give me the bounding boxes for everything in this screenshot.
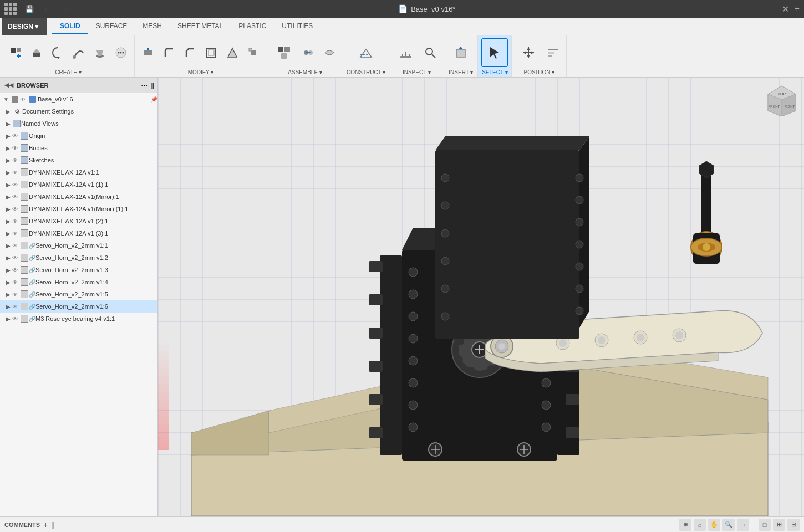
tab-mesh[interactable]: MESH xyxy=(135,19,170,34)
tree-item-origin[interactable]: ▶ 👁 Origin xyxy=(0,130,157,142)
eye-icon[interactable]: 👁 xyxy=(12,304,20,310)
expand-icon[interactable]: ▶ xyxy=(4,182,12,188)
home-view-button[interactable]: ⌂ xyxy=(694,519,706,531)
expand-icon[interactable]: ▶ xyxy=(4,170,12,176)
align-button[interactable] xyxy=(543,38,563,67)
close-button[interactable]: ✕ xyxy=(782,4,789,14)
tree-item-dyn2[interactable]: ▶ 👁 DYNAMIXEL AX-12A v1 (1):1 xyxy=(0,178,157,191)
motion-button[interactable] xyxy=(319,38,339,67)
eye-icon[interactable]: 👁 xyxy=(12,170,20,176)
tab-sheet-metal[interactable]: SHEET METAL xyxy=(170,19,231,34)
expand-icon[interactable]: ▶ xyxy=(4,304,12,310)
tree-item-dyn1[interactable]: ▶ 👁 DYNAMIXEL AX-12A v1:1 xyxy=(0,166,157,178)
tree-item-doc-settings[interactable]: ▶ ⚙ Document Settings xyxy=(0,105,157,117)
expand-icon[interactable]: ▶ xyxy=(4,316,12,322)
tree-item-dyn3[interactable]: ▶ 👁 DYNAMIXEL AX-12A v1(Mirror):1 xyxy=(0,191,157,203)
tree-item-servo4[interactable]: ▶ 👁 🔗 Servo_Horn_v2_2mm v1:4 xyxy=(0,276,157,288)
tree-item-dyn6[interactable]: ▶ 👁 DYNAMIXEL AX-12A v1 (3):1 xyxy=(0,227,157,239)
display-mode-button[interactable]: □ xyxy=(759,519,771,531)
eye-icon[interactable]: 👁 xyxy=(12,291,20,298)
tab-utilities[interactable]: UTILITIES xyxy=(274,19,320,34)
expand-comments-button[interactable]: || xyxy=(51,521,54,529)
save-button[interactable]: 💾 xyxy=(22,2,37,16)
draft-button[interactable] xyxy=(222,38,242,67)
tree-item-bodies[interactable]: ▶ 👁 Bodies xyxy=(0,142,157,154)
expand-icon[interactable]: ▶ xyxy=(4,157,12,163)
browser-settings-button[interactable]: ⋯ xyxy=(141,81,148,89)
expand-icon[interactable]: ▶ xyxy=(4,121,12,127)
expand-icon[interactable]: ▶ xyxy=(4,291,12,298)
sweep-button[interactable] xyxy=(69,38,89,67)
add-comment-button[interactable]: + xyxy=(43,520,48,529)
expand-icon[interactable]: ▶ xyxy=(4,243,12,249)
add-tab-button[interactable]: + xyxy=(795,4,800,14)
insert-button[interactable] xyxy=(447,38,474,67)
joint-button[interactable] xyxy=(298,38,318,67)
pan-button[interactable]: ✋ xyxy=(708,519,720,531)
eye-icon[interactable]: 👁 xyxy=(12,255,20,261)
select-button[interactable] xyxy=(481,38,508,67)
tree-item-servo3[interactable]: ▶ 👁 🔗 Servo_Horn_v2_2mm v1:3 xyxy=(0,264,157,276)
tree-item-rose[interactable]: ▶ 👁 🔗 M3 Rose eye bearing v4 v1:1 xyxy=(0,313,157,325)
tree-item-dyn4[interactable]: ▶ 👁 DYNAMIXEL AX-12A v1(Mirror) (1):1 xyxy=(0,203,157,215)
create-more-button[interactable] xyxy=(111,38,131,67)
tab-surface[interactable]: SURFACE xyxy=(88,19,135,34)
revolve-button[interactable] xyxy=(48,38,68,67)
redo-button[interactable]: ↪ xyxy=(58,2,72,16)
expand-icon[interactable]: ▶ xyxy=(4,279,12,285)
tree-item-sketches[interactable]: ▶ 👁 Sketches xyxy=(0,154,157,166)
extrude-button[interactable] xyxy=(27,38,47,67)
assemble-button[interactable] xyxy=(271,38,297,67)
new-component-button[interactable] xyxy=(6,38,26,67)
tree-item-servo5[interactable]: ▶ 👁 🔗 Servo_Horn_v2_2mm v1:5 xyxy=(0,288,157,300)
tree-item-dyn5[interactable]: ▶ 👁 DYNAMIXEL AX-12A v1 (2):1 xyxy=(0,215,157,227)
press-pull-button[interactable] xyxy=(138,38,158,67)
grid-button[interactable]: ⊞ xyxy=(773,519,785,531)
expand-icon[interactable]: ▶ xyxy=(4,194,12,200)
expand-icon[interactable]: ▶ xyxy=(4,231,12,237)
eye-icon[interactable]: 👁 xyxy=(12,243,20,249)
tab-solid[interactable]: SOLID xyxy=(52,19,88,34)
orbit-button[interactable]: ○ xyxy=(737,519,749,531)
construct-offset-button[interactable] xyxy=(353,38,379,67)
eye-icon[interactable]: 👁 xyxy=(12,267,20,273)
expand-icon[interactable]: ▶ xyxy=(4,133,12,139)
browser-pin-button[interactable]: || xyxy=(150,81,154,89)
eye-icon[interactable]: 👁 xyxy=(12,218,20,224)
eye-icon[interactable]: 👁 xyxy=(12,316,20,322)
position-button[interactable] xyxy=(515,38,542,67)
tree-item-root[interactable]: ▼ 👁 Base_v0 v16 📌 xyxy=(0,93,157,105)
eye-icon[interactable]: 👁 xyxy=(12,194,20,200)
design-button[interactable]: DESIGN ▾ xyxy=(2,18,47,35)
undo-button[interactable]: ↩ xyxy=(40,2,54,16)
tree-item-servo6[interactable]: ▶ 👁 🔗 Servo_Horn_v2_2mm v1:6 xyxy=(0,300,157,313)
tree-item-servo2[interactable]: ▶ 👁 🔗 Servo_Horn_v2_2mm v1:2 xyxy=(0,252,157,264)
shell-button[interactable] xyxy=(201,38,221,67)
expand-icon[interactable]: ▶ xyxy=(4,218,12,224)
fillet-button[interactable] xyxy=(159,38,179,67)
eye-icon[interactable]: 👁 xyxy=(12,182,20,188)
eye-icon[interactable]: 👁 xyxy=(12,279,20,285)
view-cube[interactable]: TOP FRONT RIGHT xyxy=(765,83,798,116)
expand-icon[interactable]: ▶ xyxy=(4,206,12,212)
expand-icon[interactable]: ▶ xyxy=(4,255,12,261)
scale-button[interactable] xyxy=(243,38,263,67)
eye-icon[interactable]: 👁 xyxy=(12,133,20,139)
eye-icon[interactable]: 👁 xyxy=(12,206,20,212)
app-menu-icon[interactable] xyxy=(4,3,17,15)
browser-collapse-button[interactable]: ◀◀ xyxy=(3,80,14,90)
inspect-more-button[interactable] xyxy=(420,38,440,67)
loft-button[interactable] xyxy=(90,38,110,67)
navigation-icon[interactable]: ⊕ xyxy=(679,519,691,531)
tree-item-named-views[interactable]: ▶ Named Views xyxy=(0,117,157,130)
zoom-button[interactable]: 🔍 xyxy=(722,519,735,531)
chamfer-button[interactable] xyxy=(180,38,200,67)
expand-icon[interactable]: ▶ xyxy=(4,109,12,115)
expand-icon[interactable]: ▶ xyxy=(4,267,12,273)
tab-plastic[interactable]: PLASTIC xyxy=(231,19,274,34)
eye-icon[interactable]: 👁 xyxy=(12,231,20,237)
eye-icon[interactable]: 👁 xyxy=(12,145,20,151)
eye-icon[interactable]: 👁 xyxy=(20,96,28,103)
viewport[interactable]: TOP FRONT RIGHT xyxy=(158,78,804,516)
tree-item-servo1[interactable]: ▶ 👁 🔗 Servo_Horn_v2_2mm v1:1 xyxy=(0,239,157,252)
